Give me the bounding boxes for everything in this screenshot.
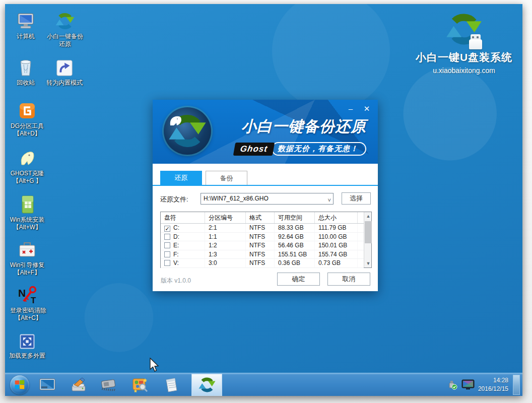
shortcut-arrow-icon <box>40 56 89 78</box>
taskbar-item-backup-restore-active[interactable] <box>191 374 222 396</box>
ghost-icon <box>167 111 184 128</box>
taskbar-item-memory-tool[interactable] <box>100 376 118 394</box>
restore-file-label: 还原文件: <box>160 195 188 204</box>
boot-repair-icon <box>5 239 49 260</box>
show-desktop-button[interactable] <box>513 375 520 395</box>
tab-backup[interactable]: 备份 <box>206 171 247 185</box>
desktop-icon-boot-repair[interactable]: Win引导修复 【Alt+F】 <box>5 239 49 277</box>
brand-url: u.xiaobaixitong.com <box>406 66 522 75</box>
desktop-icon-win-install[interactable]: Win系统安装 【Alt+W】 <box>5 193 49 231</box>
load-more-icon <box>5 329 49 351</box>
recycle-bin-icon <box>9 56 42 78</box>
ghost-slogan: 数据无价，有备无患！ <box>272 142 366 156</box>
tab-bar: 还原 备份 <box>160 171 247 185</box>
desktop-icon-label: 转为内置模式 <box>40 79 89 87</box>
close-icon[interactable]: ✕ <box>361 104 373 114</box>
table-row[interactable]: E: 1:2 NTFS 56.46 GB 150.01 GB <box>161 241 364 250</box>
backup-restore-dialog: – ✕ 小白一键备份还原 Ghost 数据无价，有备无患！ 还原 备份 还原文件… <box>153 100 378 291</box>
desktop-icon-computer[interactable]: 计算机 <box>9 10 42 40</box>
notepad-icon <box>164 377 179 393</box>
desktop: 计算机 小白一键备份 还原 回收站 转为内置模式 DG分区工具 【Alt+D】 … <box>5 4 522 396</box>
tray-time: 14:28 <box>478 376 508 385</box>
desktop-icon-ghost-clone[interactable]: GHOST克隆 【Alt+G 】 <box>5 147 49 185</box>
taskbar-item-image-tool[interactable] <box>131 376 149 394</box>
dialog-banner: – ✕ 小白一键备份还原 Ghost 数据无价，有备无患！ <box>153 100 378 164</box>
restore-file-row: 还原文件: H:\WIN7_612_x86.GHO ˅ 选择 <box>160 192 370 206</box>
start-button[interactable] <box>10 375 29 394</box>
table-header: 盘符 分区编号 格式 可用空间 总大小 <box>161 212 364 224</box>
ghost-badge-label: Ghost <box>233 143 275 156</box>
table-scrollbar[interactable]: ▲ ▼ <box>364 212 371 267</box>
table-row[interactable]: F: 1:3 NTFS 155.51 GB 155.74 GB <box>161 250 364 259</box>
tab-underline <box>153 185 378 186</box>
dg-partition-icon <box>5 100 49 121</box>
checkbox-checked[interactable]: ✓ <box>164 226 170 232</box>
restore-file-combobox[interactable]: H:\WIN7_612_x86.GHO ˅ <box>201 193 334 205</box>
tray-clock[interactable]: 14:28 2016/12/15 <box>478 376 508 394</box>
svg-text:T: T <box>31 296 36 305</box>
desktop-icon-password-clear[interactable]: NT 登录密码清除 【Alt+C】 <box>5 284 51 322</box>
table-row[interactable]: D: 1:1 NTFS 92.64 GB 110.00 GB <box>161 233 364 242</box>
tab-restore[interactable]: 还原 <box>160 171 202 185</box>
desktop-icon-label: DG分区工具 【Alt+D】 <box>5 122 49 138</box>
cancel-button[interactable]: 取消 <box>327 273 370 286</box>
desktop-icon-recycle-bin[interactable]: 回收站 <box>9 56 42 87</box>
desktop-icon-label: GHOST克隆 【Alt+G 】 <box>5 170 49 185</box>
table-row[interactable]: ✓C: 2:1 NTFS 88.33 GB 111.79 GB <box>161 224 364 233</box>
brand-title: 小白一键U盘装系统 <box>406 50 522 64</box>
image-tool-icon <box>131 377 149 393</box>
select-button[interactable]: 选择 <box>342 192 371 205</box>
scrollbar-thumb[interactable] <box>365 221 372 243</box>
win-install-icon <box>5 193 49 215</box>
col-format: 格式 <box>246 212 275 223</box>
svg-text:N: N <box>18 287 26 299</box>
scroll-up-icon[interactable]: ▲ <box>364 212 372 220</box>
usb-device-icon[interactable] <box>447 379 458 390</box>
password-clear-icon: NT <box>5 284 51 305</box>
partition-table: 盘符 分区编号 格式 可用空间 总大小 ✓C: 2:1 NTFS 88.33 G… <box>160 212 372 268</box>
checkbox-unchecked[interactable] <box>164 234 170 240</box>
desktop-icon-label: 计算机 <box>9 33 42 40</box>
ghost-clone-icon <box>5 147 49 168</box>
checkbox-unchecked[interactable] <box>164 251 170 257</box>
desktop-icon-dg-partition[interactable]: DG分区工具 【Alt+D】 <box>5 100 49 138</box>
backup-restore-app-icon <box>198 376 216 394</box>
checkbox-unchecked[interactable] <box>164 242 170 248</box>
desktop-icon-internal-mode[interactable]: 转为内置模式 <box>40 56 89 87</box>
ok-button[interactable]: 确定 <box>277 273 320 286</box>
scroll-down-icon[interactable]: ▼ <box>364 259 372 267</box>
computer-icon <box>9 10 42 31</box>
ghost-badge: Ghost 数据无价，有备无患！ <box>234 142 366 156</box>
col-partition: 分区编号 <box>205 212 246 223</box>
col-free: 可用空间 <box>275 212 315 223</box>
table-row[interactable]: V: 3:0 NTFS 0.36 GB 0.73 GB <box>161 259 364 268</box>
desktop-icon-backup-restore[interactable]: 小白一键备份 还原 <box>44 10 86 48</box>
desktop-icon-label: 小白一键备份 还原 <box>44 33 86 48</box>
disk-cleanup-icon <box>70 377 87 393</box>
display-settings-icon[interactable] <box>461 379 475 390</box>
desktop-icon-label: 加载更多外置 <box>5 352 49 360</box>
dialog-logo-icon <box>164 107 211 155</box>
version-label: 版本 v1.0.0 <box>161 277 191 285</box>
checkbox-unchecked[interactable] <box>164 260 170 266</box>
desktop-icon-load-more[interactable]: 加载更多外置 <box>5 329 49 360</box>
dialog-content: 还原 备份 还原文件: H:\WIN7_612_x86.GHO ˅ 选择 盘符 … <box>153 164 378 291</box>
dialog-title: 小白一键备份还原 <box>233 116 374 137</box>
windows-flag-icon <box>15 380 25 390</box>
system-tray: 14:28 2016/12/15 <box>447 373 508 396</box>
taskbar: 14:28 2016/12/15 <box>5 373 522 396</box>
desktop-icon-label: 登录密码清除 【Alt+C】 <box>5 307 51 322</box>
brand-watermark: 小白一键U盘装系统 u.xiaobaixitong.com <box>406 10 522 75</box>
mouse-cursor <box>149 358 160 375</box>
taskbar-item-disk-cleanup[interactable] <box>70 376 88 394</box>
restore-file-value: H:\WIN7_612_x86.GHO <box>204 195 269 202</box>
usb-stick-icon <box>469 34 482 49</box>
chevron-down-icon[interactable]: ˅ <box>328 195 331 206</box>
taskbar-item-desktop-preview[interactable] <box>38 376 56 394</box>
memory-tool-icon <box>100 378 118 392</box>
brand-logo-icon <box>445 10 483 48</box>
backup-restore-icon <box>44 10 86 31</box>
taskbar-item-notepad[interactable] <box>162 376 180 394</box>
col-drive: 盘符 <box>161 212 205 223</box>
minimize-icon[interactable]: – <box>345 104 357 114</box>
